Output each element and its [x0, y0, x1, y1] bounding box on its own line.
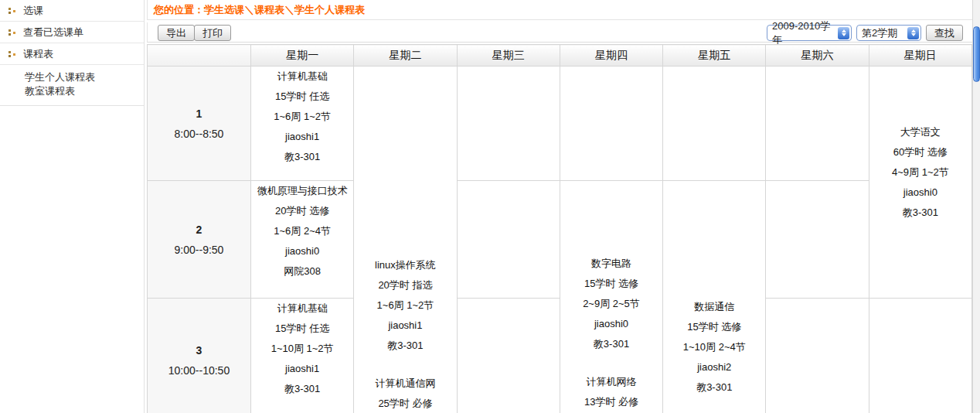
- course-block: linux操作系统20学时 指选1~6周 1~2节jiaoshi1教3-301: [354, 255, 456, 356]
- bullet-icon: [9, 50, 16, 58]
- cell-mon-period1: 计算机基础15学时 任选1~6周 1~2节jiaoshi1教3-301: [251, 67, 354, 181]
- corner-header-cell: [148, 45, 251, 67]
- page: 选课 查看已选课单 课程表 学生个人课程表 教室课程表 您的位置：学生选课＼课程…: [0, 0, 980, 413]
- course-block: 计算机基础15学时 任选1~6周 1~2节jiaoshi1教3-301: [251, 67, 353, 167]
- timetable: 星期一 星期二 星期三 星期四 星期五 星期六 星期日 1 8:00--8:50…: [147, 44, 972, 413]
- cell-fri-period1: [663, 67, 766, 181]
- course-block: 数字电路15学时 选修2~9周 2~5节jiaoshi0教3-301: [560, 254, 662, 354]
- course-block: 大学语文60学时 选修4~9周 1~2节jiaoshi0教3-301: [869, 122, 971, 223]
- sidebar-item-course-selection[interactable]: 选课: [0, 0, 144, 22]
- period-time: 8:00--8:50: [148, 124, 250, 144]
- sidebar-item-label: 课程表: [23, 47, 53, 61]
- bullet-icon: [9, 7, 16, 15]
- day-header-thursday: 星期四: [560, 45, 662, 67]
- sidebar: 选课 查看已选课单 课程表 学生个人课程表 教室课程表: [0, 0, 145, 413]
- print-button[interactable]: 打印: [194, 25, 231, 41]
- cell-mon-period2: 微机原理与接口技术20学时 选修1~6周 2~4节jiaoshi0网院308: [251, 181, 354, 299]
- cell-thu-period1: [560, 67, 662, 181]
- day-header-wednesday: 星期三: [457, 45, 560, 67]
- period-cell-3: 3 10:00--10:50: [148, 299, 251, 413]
- vertical-scrollbar[interactable]: [972, 0, 980, 413]
- cell-thu-merged: 数字电路15学时 选修2~9周 2~5节jiaoshi0教3-301 计算机网络…: [560, 181, 662, 413]
- academic-year-value: 2009-2010学年: [772, 19, 838, 47]
- course-block: 计算机基础15学时 任选1~10周 1~2节jiaoshi1教3-301: [251, 299, 353, 399]
- cell-sat-period3: [766, 299, 869, 413]
- search-button[interactable]: 查找: [926, 25, 963, 41]
- cell-sun-merged: 大学语文60学时 选修4~9周 1~2节jiaoshi0教3-301: [869, 67, 971, 299]
- breadcrumb: 您的位置：学生选课＼课程表＼学生个人课程表: [148, 3, 365, 17]
- timetable-row-3: 3 10:00--10:50 计算机基础15学时 任选1~10周 1~2节jia…: [148, 299, 972, 413]
- day-header-sunday: 星期日: [869, 45, 971, 67]
- timetable-row-2: 2 9:00--9:50 微机原理与接口技术20学时 选修1~6周 2~4节ji…: [148, 181, 972, 299]
- bullet-icon: [9, 29, 16, 36]
- day-header-friday: 星期五: [663, 45, 766, 67]
- period-number: 3: [148, 340, 250, 360]
- academic-year-select[interactable]: 2009-2010学年: [767, 25, 852, 41]
- scrollbar-thumb[interactable]: [973, 26, 980, 82]
- term-select[interactable]: 第2学期: [856, 25, 921, 41]
- sidebar-subitem-classroom-timetable[interactable]: 教室课程表: [25, 84, 144, 98]
- breadcrumb-bar: 您的位置：学生选课＼课程表＼学生个人课程表: [147, 0, 972, 20]
- sidebar-subitem-student-timetable[interactable]: 学生个人课程表: [25, 70, 144, 84]
- timetable-header-row: 星期一 星期二 星期三 星期四 星期五 星期六 星期日: [148, 45, 972, 67]
- select-arrows-icon: [838, 27, 849, 39]
- toolbar: 导出 打印 2009-2010学年 第2学期 查找: [147, 22, 972, 43]
- cell-wed-period3: [457, 299, 560, 413]
- cell-tue-merged: linux操作系统20学时 指选1~6周 1~2节jiaoshi1教3-301 …: [354, 67, 457, 413]
- cell-mon-period3: 计算机基础15学时 任选1~10周 1~2节jiaoshi1教3-301: [251, 299, 354, 413]
- toolbar-right: 2009-2010学年 第2学期 查找: [767, 25, 963, 41]
- sidebar-item-timetable[interactable]: 课程表: [0, 43, 144, 65]
- export-button[interactable]: 导出: [158, 25, 195, 41]
- period-number: 1: [148, 104, 250, 124]
- cell-wed-period1: [457, 67, 560, 181]
- cell-sat-period1: [766, 67, 869, 181]
- sidebar-item-view-selected[interactable]: 查看已选课单: [0, 22, 144, 43]
- day-header-tuesday: 星期二: [354, 45, 457, 67]
- sidebar-item-label: 查看已选课单: [23, 26, 83, 39]
- course-block: 计算机网络13学时 必修: [560, 372, 662, 412]
- period-cell-2: 2 9:00--9:50: [148, 181, 251, 299]
- cell-sat-period2: [766, 181, 869, 299]
- cell-fri-merged: 数据通信15学时 选修1~10周 2~4节jiaoshi2教3-301: [663, 181, 766, 413]
- sidebar-item-label: 选课: [23, 4, 43, 18]
- period-time: 10:00--10:50: [148, 360, 250, 381]
- timetable-wrap: 星期一 星期二 星期三 星期四 星期五 星期六 星期日 1 8:00--8:50…: [147, 44, 972, 413]
- main-content: 您的位置：学生选课＼课程表＼学生个人课程表 导出 打印 2009-2010学年 …: [147, 0, 972, 413]
- cell-sun-period3: [869, 299, 971, 413]
- sidebar-submenu: 学生个人课程表 教室课程表: [0, 65, 144, 106]
- cell-wed-period2: [457, 181, 560, 299]
- timetable-row-1: 1 8:00--8:50 计算机基础15学时 任选1~6周 1~2节jiaosh…: [148, 67, 972, 181]
- period-cell-1: 1 8:00--8:50: [148, 67, 251, 181]
- period-number: 2: [148, 220, 250, 240]
- term-value: 第2学期: [862, 26, 897, 40]
- course-block: 计算机通信网25学时 必修: [354, 374, 456, 413]
- period-time: 9:00--9:50: [148, 240, 250, 260]
- course-block: 数据通信15学时 选修1~10周 2~4节jiaoshi2教3-301: [663, 297, 765, 398]
- day-header-saturday: 星期六: [766, 45, 869, 67]
- course-block: 微机原理与接口技术20学时 选修1~6周 2~4节jiaoshi0网院308: [251, 181, 353, 282]
- select-arrows-icon: [907, 27, 919, 39]
- day-header-monday: 星期一: [251, 45, 354, 67]
